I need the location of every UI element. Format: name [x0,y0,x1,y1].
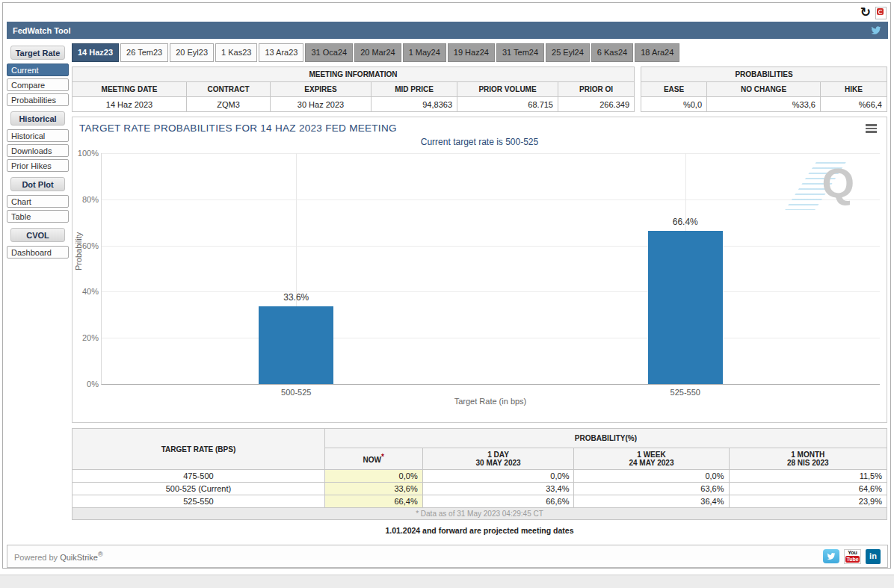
bar-value-label: 33.6% [283,292,309,303]
y-axis-title: Probability [74,232,83,270]
youtube-icon[interactable]: YouTube [844,549,861,564]
tab-20-mar24[interactable]: 20 Mar24 [354,43,401,62]
probability-group-header: PROBABILITY(%) [324,429,887,448]
info-row: MEETING INFORMATION MEETING DATE CONTRAC… [72,66,887,112]
chart-title: TARGET RATE PROBABILITIES FOR 14 HAZ 202… [79,123,397,134]
one-day-header: 1 DAY30 MAY 2023 [422,448,574,470]
expires-value: 30 Haz 2023 [271,97,372,112]
prior-volume-value: 68.715 [457,97,558,112]
one-month-date: 28 NIS 2023 [787,459,829,467]
sidebar-item-historical[interactable]: Historical [7,129,69,142]
twitter-icon[interactable] [870,25,882,35]
contract-header: CONTRACT [187,82,271,97]
probabilities-title: PROBABILITIES [641,67,887,82]
tab-14-haz23[interactable]: 14 Haz23 [72,43,119,62]
table-row: 500-525 (Current)33,6%33,4%63,6%64,6% [73,483,887,495]
sidebar-item-dashboard[interactable]: Dashboard [7,246,69,259]
refresh-icon[interactable]: ↻ [860,5,871,20]
sidebar-section-cvol: CVOL [10,228,65,242]
one-day-date: 30 MAY 2023 [476,459,521,467]
bar-525-550[interactable] [648,231,723,384]
youtube-tube-text: Tube [845,556,860,563]
now-cell: 66,4% [324,495,422,508]
week-cell: 63,6% [574,483,729,495]
rate-cell: 525-550 [73,495,325,508]
one-month-header: 1 MONTH28 NIS 2023 [729,448,887,470]
day-cell: 0,0% [422,470,574,483]
probability-table: TARGET RATE (BPS) PROBABILITY(%) NOW* 1 … [72,428,887,520]
sidebar-item-table[interactable]: Table [7,210,69,223]
quikstrike-link[interactable]: QuikStrike® [60,553,103,562]
registered-mark: ® [98,551,103,558]
hike-header: HIKE [821,82,887,97]
bar-value-label: 66.4% [673,217,698,227]
tab-1-may24[interactable]: 1 May24 [403,43,446,62]
day-cell: 66,6% [422,495,574,508]
plot-area: Q 0%20%40%60%80%100%33.6%500-52566.4%525… [101,153,880,385]
table-row: 475-5000,0%0,0%0,0%11,5% [73,470,887,483]
one-month-label: 1 MONTH [791,451,824,459]
target-rate-bps-header: TARGET RATE (BPS) [73,429,325,470]
tab-20-eyl23[interactable]: 20 Eyl23 [170,43,214,62]
quikstrike-watermark-icon: Q [804,156,859,214]
data-as-of-footnote: * Data as of 31 May 2023 04:29:45 CT [73,508,887,520]
page-bottom-strip [0,575,894,588]
sidebar: Target RateCurrentCompareProbabilitiesHi… [7,43,69,261]
now-header: NOW* [324,448,422,470]
y-tick-label: 20% [72,333,99,342]
sidebar-item-downloads[interactable]: Downloads [7,144,69,157]
app-title: FedWatch Tool [13,26,71,35]
table-row: 525-55066,4%66,6%36,4%23,9% [73,495,887,508]
one-week-date: 24 MAY 2023 [629,459,673,467]
sidebar-item-prior-hikes[interactable]: Prior Hikes [7,159,69,172]
week-cell: 36,4% [574,495,729,508]
gridline [102,153,880,154]
linkedin-icon[interactable]: in [866,549,881,564]
tab-6-kas24[interactable]: 6 Kas24 [591,43,633,62]
y-tick-label: 100% [72,149,99,158]
tab-25-eyl24[interactable]: 25 Eyl24 [546,43,590,62]
now-cell: 33,6% [324,483,422,495]
gridline [102,291,880,292]
x-category-label: 500-525 [281,388,311,397]
sidebar-item-chart[interactable]: Chart [7,195,69,208]
month-cell: 64,6% [729,483,887,495]
sidebar-section-target-rate: Target Rate [10,46,65,60]
meeting-date-header: MEETING DATE [73,82,187,97]
month-cell: 11,5% [729,470,887,483]
tab-1-kas23[interactable]: 1 Kas23 [215,43,257,62]
probabilities-box: PROBABILITIES EASE NO CHANGE HIKE %0,0 %… [641,66,887,112]
sidebar-item-probabilities[interactable]: Probabilities [7,93,69,106]
tab-31-tem24[interactable]: 31 Tem24 [496,43,544,62]
meeting-info-table: MEETING INFORMATION MEETING DATE CONTRAC… [72,66,635,112]
sidebar-item-current[interactable]: Current [7,64,69,76]
mid-price-value: 94,8363 [372,97,457,112]
month-cell: 23,9% [729,495,887,508]
pdf-logo-mark [877,8,884,15]
tab-13-ara23[interactable]: 13 Ara23 [259,43,303,62]
x-category-label: 525-550 [670,388,700,397]
twitter-footer-icon[interactable] [823,549,839,563]
rate-cell: 475-500 [73,470,325,483]
bar-500-525[interactable] [259,306,333,384]
gridline [102,338,880,338]
contract-value: ZQM3 [187,97,271,112]
week-cell: 0,0% [574,470,729,483]
tab-31-oca24[interactable]: 31 Oca24 [305,43,353,62]
sidebar-item-compare[interactable]: Compare [7,78,69,91]
x-axis-title: Target Rate (in bps) [101,397,880,406]
pdf-export-icon[interactable] [875,7,887,19]
youtube-you-text: You [845,550,860,556]
rate-cell: 500-525 (Current) [73,483,325,495]
now-header-label: NOW [363,457,381,465]
tab-26-tem23[interactable]: 26 Tem23 [120,43,168,62]
tab-18-ara24[interactable]: 18 Ara24 [635,43,679,62]
one-week-label: 1 WEEK [637,451,665,459]
chart-menu-icon[interactable] [866,124,877,134]
prob-table-body: 475-5000,0%0,0%0,0%11,5%500-525 (Current… [73,470,887,508]
projected-dates-note: 1.01.2024 and forward are projected meet… [72,526,887,535]
sidebar-section-dot-plot: Dot Plot [10,177,65,191]
now-asterisk: * [381,453,384,461]
tab-19-haz24[interactable]: 19 Haz24 [448,43,495,62]
prior-oi-value: 266.349 [558,97,635,112]
